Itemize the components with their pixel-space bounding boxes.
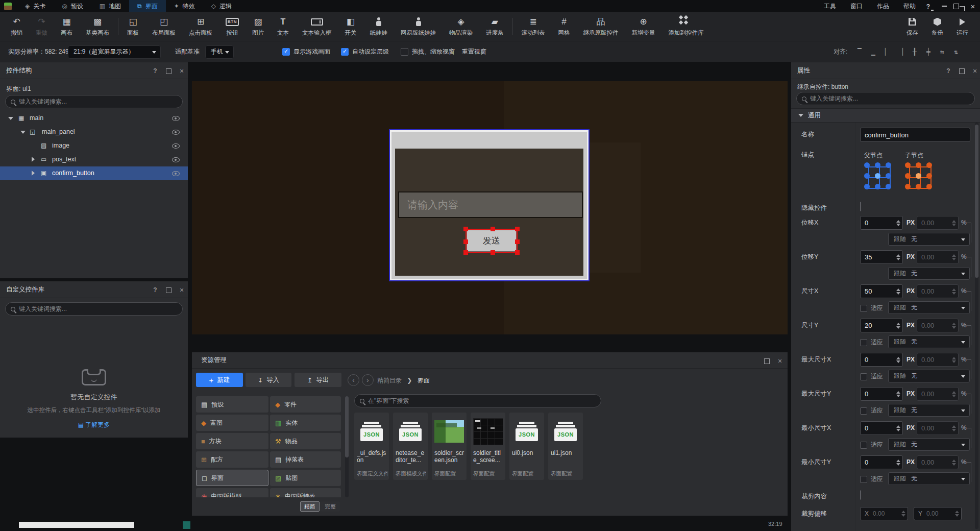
visibility-eye-icon[interactable]	[172, 130, 180, 135]
file-card-soldier-title[interactable]: soldier_title_scree... 界面配置	[471, 413, 505, 480]
category-ui[interactable]: ◻界面	[196, 470, 268, 486]
follow-dropdown[interactable]: 跟随无	[888, 233, 970, 246]
resize-handle-s[interactable]	[491, 250, 495, 255]
tree-row-pos-text[interactable]: ▭ pos_text	[0, 153, 188, 166]
percent-input[interactable]	[917, 250, 959, 264]
run-button[interactable]: 运行	[950, 12, 975, 41]
library-search-input[interactable]	[19, 305, 177, 312]
nav-forward-icon[interactable]	[362, 374, 374, 386]
redo-button[interactable]: ↷重做	[29, 12, 54, 41]
menu-help[interactable]: 帮助	[896, 0, 923, 12]
close-button[interactable]	[966, 0, 980, 12]
percent-input[interactable]	[917, 284, 959, 298]
maximize-panel-icon[interactable]	[164, 67, 173, 75]
canvas-button[interactable]: ▦画布	[54, 12, 79, 41]
expand-arrow-icon[interactable]	[20, 131, 26, 134]
close-panel-icon[interactable]	[776, 357, 784, 365]
file-card-soldier-screen[interactable]: soldier_screen.json 界面配置	[432, 413, 467, 480]
stepper-icon[interactable]	[952, 323, 956, 329]
align-center-vertical-icon[interactable]: ╂	[909, 46, 920, 58]
game-preview-canvas[interactable]: 请输入内容 发送	[192, 81, 788, 334]
category-parts[interactable]: ◆零件	[270, 396, 341, 413]
netease-paper-doll-button[interactable]: 网易版纸娃娃	[394, 12, 443, 41]
follow-dropdown[interactable]: 跟随无	[888, 438, 970, 451]
stepper-icon[interactable]	[896, 323, 900, 329]
checkbox-checked-icon[interactable]	[282, 48, 290, 56]
category-recipes[interactable]: ⊞配方	[196, 451, 268, 468]
minimize-button[interactable]	[937, 0, 951, 12]
clip-offset-x-input[interactable]: X 0.00	[860, 507, 908, 520]
stepper-icon[interactable]	[952, 220, 956, 226]
percent-input[interactable]	[917, 387, 959, 401]
help-shortcut-icon[interactable]	[923, 0, 937, 12]
follow-dropdown[interactable]: 跟随无	[888, 267, 970, 280]
stepper-icon[interactable]	[901, 511, 905, 517]
align-top-icon[interactable]: ▔	[854, 46, 865, 58]
follow-dropdown[interactable]: 跟随无	[888, 472, 970, 485]
value-input[interactable]	[860, 216, 903, 230]
stepper-icon[interactable]	[896, 391, 900, 397]
inherit-vanilla-button[interactable]: 品继承原版控件	[577, 12, 625, 41]
undo-button[interactable]: ↶撤销	[4, 12, 29, 41]
text-widget-button[interactable]: T文本	[271, 12, 296, 41]
scrollbar-thumb[interactable]	[975, 125, 978, 278]
value-input[interactable]	[860, 319, 903, 332]
file-card-ui0[interactable]: JSON ui0.json 界面配置	[509, 413, 544, 480]
aspect-ratio-dropdown[interactable]: 21:9（超宽屏显示器）	[68, 45, 161, 59]
resize-handle-w[interactable]	[463, 239, 468, 244]
stepper-icon[interactable]	[952, 460, 956, 466]
breadcrumb-root[interactable]: 精简目录	[377, 377, 402, 384]
resize-handle-se[interactable]	[515, 250, 520, 255]
import-button[interactable]: ↧导入	[246, 373, 291, 387]
follow-dropdown[interactable]: 跟随无	[888, 370, 970, 382]
preview-confirm-button[interactable]: 发送	[467, 230, 517, 252]
visibility-eye-icon[interactable]	[172, 143, 180, 149]
value-input[interactable]	[860, 250, 903, 264]
close-panel-icon[interactable]	[178, 67, 186, 75]
clip-offset-y-input[interactable]: Y 0.00	[914, 507, 962, 520]
section-common[interactable]: 通用	[791, 108, 980, 123]
stepper-icon[interactable]	[952, 357, 956, 363]
tree-row-main-panel[interactable]: ◱ main_panel	[0, 125, 188, 139]
tree-row-confirm-button[interactable]: ▣ confirm_button	[0, 166, 188, 180]
file-card-netease-template[interactable]: JSON netease_editor_te... 界面模板文件	[393, 413, 428, 480]
help-icon[interactable]	[151, 286, 159, 294]
nav-back-icon[interactable]	[348, 374, 359, 386]
layout-panel-button[interactable]: ◰布局面板	[145, 12, 182, 41]
menu-works[interactable]: 作品	[870, 0, 896, 12]
checkbox-unchecked-icon[interactable]	[860, 442, 867, 449]
tree-row-image[interactable]: ▨ image	[0, 139, 188, 153]
maximize-panel-icon[interactable]	[763, 357, 771, 365]
category-scrollbar[interactable]	[345, 396, 349, 497]
name-field[interactable]	[861, 128, 970, 141]
resize-handle-sw[interactable]	[463, 250, 468, 255]
auto-layer-checkbox[interactable]: 自动设定层级	[341, 41, 389, 62]
preview-dialog-panel[interactable]: 请输入内容 发送	[389, 129, 590, 281]
fit-checkbox[interactable]: 适应	[860, 441, 883, 449]
add-to-library-button[interactable]: 添加到控件库	[662, 12, 710, 41]
percent-input[interactable]	[917, 421, 959, 435]
checkbox-unchecked-icon[interactable]	[860, 305, 867, 312]
paper-doll-button[interactable]: 纸娃娃	[363, 12, 395, 41]
fit-checkbox[interactable]: 适应	[860, 406, 883, 415]
file-card-ui1[interactable]: JSON ui1.json 界面配置	[548, 413, 583, 480]
clip-checkbox[interactable]	[860, 490, 861, 500]
file-card-ui-defs[interactable]: JSON _ui_defs.json 界面定义文件	[354, 413, 389, 480]
help-icon[interactable]	[151, 67, 159, 75]
checkbox-unchecked-icon[interactable]	[860, 339, 867, 346]
properties-search-input[interactable]	[810, 95, 969, 102]
maximize-panel-icon[interactable]	[164, 286, 173, 294]
stepper-icon[interactable]	[896, 460, 900, 466]
learn-more-link[interactable]: ▤ 了解更多	[0, 421, 188, 429]
category-textures[interactable]: ▨贴图	[270, 470, 341, 486]
stepper-icon[interactable]	[896, 425, 900, 431]
backup-button[interactable]: 备份	[925, 12, 950, 41]
value-input[interactable]	[860, 455, 903, 469]
close-panel-icon[interactable]	[971, 67, 979, 75]
button-widget-button[interactable]: BTN按钮	[219, 12, 246, 41]
panel-button[interactable]: ◱面板	[120, 12, 145, 41]
menu-ui[interactable]: ⧉界面	[129, 0, 166, 12]
menu-preset[interactable]: ◎预设	[54, 0, 91, 12]
menu-level[interactable]: ◈关卡	[17, 0, 54, 12]
grid-widget-button[interactable]: #网格	[552, 12, 577, 41]
